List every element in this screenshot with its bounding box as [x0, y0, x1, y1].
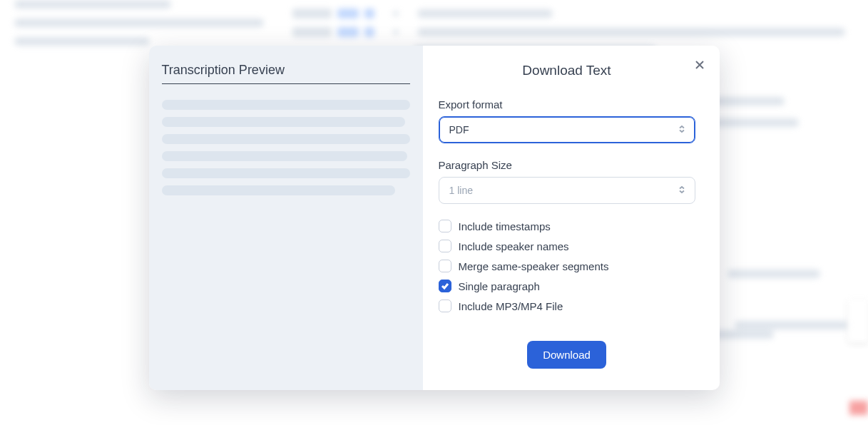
preview-title: Transcription Preview: [162, 58, 410, 84]
modal-title: Download Text: [439, 63, 695, 78]
preview-skeleton-line: [162, 100, 410, 110]
merge-same-speaker-option[interactable]: Merge same-speaker segments: [439, 260, 695, 272]
preview-skeleton-line: [162, 185, 395, 195]
export-format-value: PDF: [449, 124, 469, 135]
preview-skeleton-line: [162, 168, 410, 178]
option-label: Single paragraph: [459, 280, 540, 292]
preview-skeleton-line: [162, 134, 410, 144]
include-timestamps-option[interactable]: Include timestamps: [439, 220, 695, 232]
checkbox-icon: [439, 299, 451, 312]
paragraph-size-value: 1 line: [449, 185, 473, 196]
chevron-updown-icon: [678, 185, 686, 196]
paragraph-size-label: Paragraph Size: [439, 159, 695, 171]
option-label: Include MP3/MP4 File: [459, 300, 563, 312]
chevron-updown-icon: [678, 124, 686, 135]
checkbox-icon: [439, 220, 451, 232]
include-speaker-names-option[interactable]: Include speaker names: [439, 240, 695, 252]
download-button[interactable]: Download: [527, 341, 606, 369]
option-label: Merge same-speaker segments: [459, 260, 609, 272]
transcription-preview-pane: Transcription Preview: [149, 46, 423, 390]
export-format-label: Export format: [439, 98, 695, 111]
preview-skeleton-line: [162, 117, 405, 127]
close-icon: [695, 60, 705, 72]
checkbox-icon: [439, 240, 451, 252]
export-format-select[interactable]: PDF: [439, 116, 695, 143]
close-button[interactable]: [691, 57, 708, 74]
checkbox-checked-icon: [439, 280, 451, 292]
preview-skeleton-line: [162, 151, 408, 161]
modal-overlay: Transcription Preview Download Text Expo…: [0, 0, 868, 425]
download-form-pane: Download Text Export format PDF Paragrap…: [423, 46, 720, 390]
single-paragraph-option[interactable]: Single paragraph: [439, 280, 695, 292]
checkbox-icon: [439, 260, 451, 272]
option-label: Include speaker names: [459, 240, 569, 252]
include-media-file-option[interactable]: Include MP3/MP4 File: [439, 299, 695, 312]
paragraph-size-select[interactable]: 1 line: [439, 177, 695, 204]
download-text-modal: Transcription Preview Download Text Expo…: [149, 46, 720, 390]
option-label: Include timestamps: [459, 220, 551, 232]
